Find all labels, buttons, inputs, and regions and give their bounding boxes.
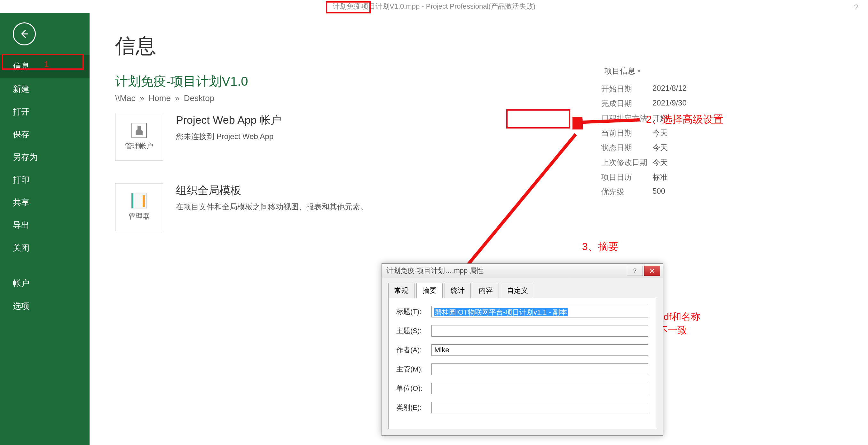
sidebar-item-close[interactable]: 关闭 [0, 236, 90, 259]
tab-custom[interactable]: 自定义 [501, 283, 534, 298]
tab-general[interactable]: 常规 [388, 283, 414, 298]
field-subject-row: 主题(S): [396, 325, 648, 337]
tab-summary[interactable]: 摘要 [416, 283, 443, 298]
field-company-input[interactable] [431, 383, 648, 394]
properties-dialog: 计划免疫-项目计划….mpp 属性 ? 常规 摘要 统计 内容 自定义 标题(T… [381, 263, 663, 436]
sidebar-item-print[interactable]: 打印 [0, 168, 90, 191]
organizer-text: 组织全局模板 在项目文件和全局模板之间移动视图、报表和其他元素。 [176, 183, 368, 212]
organizer-icon [131, 193, 147, 209]
field-category-input[interactable] [431, 402, 648, 413]
field-company-label: 单位(O): [396, 384, 431, 393]
sidebar-item-info[interactable]: 信息 [0, 55, 90, 78]
organizer-section: 管理器 组织全局模板 在项目文件和全局模板之间移动视图、报表和其他元素。 [115, 183, 842, 231]
sidebar-item-new[interactable]: 新建 [0, 78, 90, 100]
sidebar-item-share[interactable]: 共享 [0, 191, 90, 214]
pwa-text: Project Web App 帐户 您未连接到 Project Web App [176, 113, 281, 141]
chevron-down-icon: ▾ [638, 68, 640, 74]
field-title-row: 标题(T): 碧桂园IOT物联网平台-项目计划v1.1 - 副本 [396, 306, 648, 317]
project-info-dropdown[interactable]: 项目信息 ▾ [601, 64, 644, 78]
field-manager-label: 主管(M): [396, 364, 431, 374]
page-title: 信息 [115, 32, 842, 60]
title-rest: 项目计划V1.0.mpp - Project Professional(产品激活… [362, 2, 535, 11]
pwa-section: 管理帐户 Project Web App 帐户 您未连接到 Project We… [115, 113, 842, 161]
manage-account-tile[interactable]: 管理帐户 [115, 113, 163, 161]
back-button[interactable] [13, 22, 36, 45]
pwa-heading: Project Web App 帐户 [176, 113, 281, 128]
field-subject-label: 主题(S): [396, 326, 431, 336]
document-title: 计划免疫-项目计划V1.0 [115, 72, 842, 90]
organizer-heading: 组织全局模板 [176, 183, 368, 198]
sidebar-item-open[interactable]: 打开 [0, 100, 90, 123]
back-arrow-icon [19, 28, 30, 40]
sidebar-item-save[interactable]: 保存 [0, 123, 90, 146]
dialog-tabs: 常规 摘要 统计 内容 自定义 [388, 283, 656, 298]
dialog-help-button[interactable]: ? [627, 266, 643, 276]
tab-panel-summary: 标题(T): 碧桂园IOT物联网平台-项目计划v1.1 - 副本 主题(S): … [388, 298, 656, 429]
field-subject-input[interactable] [431, 325, 648, 337]
backstage-sidebar: 信息 新建 打开 保存 另存为 打印 共享 导出 关闭 帐户 选项 [0, 13, 90, 445]
sidebar-item-options[interactable]: 选项 [0, 295, 90, 317]
dialog-titlebar[interactable]: 计划免疫-项目计划….mpp 属性 ? [382, 264, 663, 278]
sidebar-item-export[interactable]: 导出 [0, 214, 90, 236]
field-author-input[interactable]: Mike [431, 344, 648, 356]
field-category-row: 类别(E): [396, 402, 648, 413]
project-info-panel: 项目信息 ▾ 开始日期2021/8/12 完成日期2021/9/30 日程排定方… [601, 64, 710, 197]
sidebar-item-saveas[interactable]: 另存为 [0, 146, 90, 168]
field-title-input[interactable]: 碧桂园IOT物联网平台-项目计划v1.1 - 副本 [431, 306, 648, 317]
tab-statistics[interactable]: 统计 [444, 283, 471, 298]
field-author-label: 作者(A): [396, 345, 431, 355]
dialog-window-buttons: ? [627, 266, 663, 276]
tab-contents[interactable]: 内容 [473, 283, 499, 298]
field-company-row: 单位(O): [396, 383, 648, 394]
organizer-tile[interactable]: 管理器 [115, 183, 163, 231]
dialog-title: 计划免疫-项目计划….mpp 属性 [386, 266, 484, 276]
field-title-label: 标题(T): [396, 307, 431, 317]
dialog-body: 常规 摘要 统计 内容 自定义 标题(T): 碧桂园IOT物联网平台-项目计划v… [382, 278, 663, 436]
pwa-desc: 您未连接到 Project Web App [176, 131, 281, 141]
breadcrumb: \\Mac » Home » Desktop [115, 93, 842, 103]
organizer-desc: 在项目文件和全局模板之间移动视图、报表和其他元素。 [176, 202, 368, 212]
help-icon[interactable]: ? [854, 3, 859, 12]
field-category-label: 类别(E): [396, 403, 431, 412]
window-titlebar: 计划免疫项目计划V1.0.mpp - Project Professional(… [0, 0, 868, 13]
dialog-close-button[interactable] [644, 266, 660, 276]
sidebar-item-account[interactable]: 帐户 [0, 272, 90, 295]
project-info-grid: 开始日期2021/8/12 完成日期2021/9/30 日程排定方法开始 当前日… [601, 84, 710, 197]
title-prefix: 计划免疫 [333, 2, 361, 11]
field-author-row: 作者(A): Mike [396, 344, 648, 356]
account-icon [131, 123, 147, 138]
close-icon [650, 268, 655, 273]
field-manager-input[interactable] [431, 363, 648, 375]
field-manager-row: 主管(M): [396, 363, 648, 375]
